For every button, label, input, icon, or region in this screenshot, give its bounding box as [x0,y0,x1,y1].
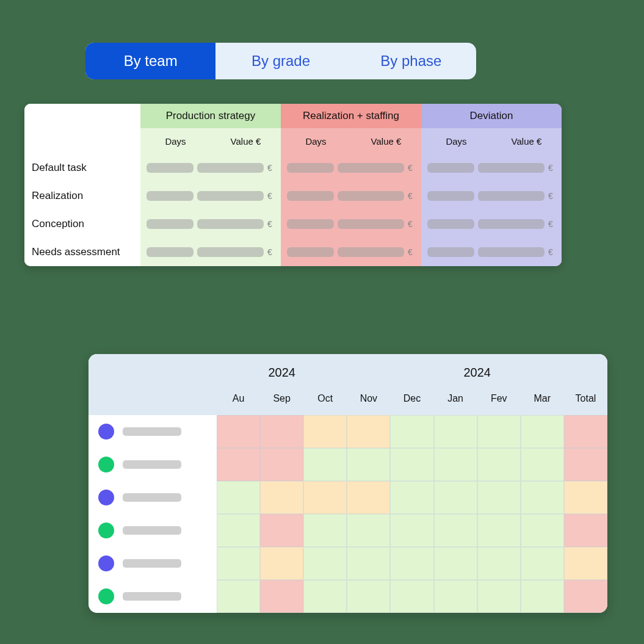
schedule-cell[interactable] [347,448,390,481]
value-row: € [140,210,281,238]
schedule-cell[interactable] [477,448,521,481]
schedule-row [89,415,607,448]
status-dot-icon [98,457,114,472]
schedule-cell[interactable] [260,514,303,547]
schedule-cell[interactable] [564,415,607,448]
schedule-cell[interactable] [434,448,477,481]
subhead-days: Days [140,128,211,154]
days-placeholder [147,163,194,173]
schedule-cell[interactable] [564,481,607,514]
month-header: Dec [390,382,433,415]
value-row: € [281,182,421,210]
schedule-cell[interactable] [347,481,390,514]
schedule-cell[interactable] [217,448,260,481]
euro-symbol: € [267,163,275,173]
subhead-value: Value € [351,128,421,154]
schedule-cell[interactable] [347,547,390,580]
month-header: Oct [303,382,347,415]
schedule-cell[interactable] [390,580,433,613]
schedule-cell[interactable] [390,415,433,448]
schedule-cell[interactable] [477,580,521,613]
schedule-row [89,547,607,580]
schedule-cell[interactable] [217,415,260,448]
schedule-cell[interactable] [434,547,477,580]
status-dot-icon [98,555,114,571]
schedule-cell[interactable] [434,481,477,514]
schedule-cell[interactable] [564,547,607,580]
schedule-cell[interactable] [477,547,521,580]
schedule-cell[interactable] [390,448,433,481]
status-dot-icon [98,490,114,505]
column-title: Deviation [421,104,562,128]
schedule-cell[interactable] [347,415,390,448]
column-title: Realization + staffing [281,104,421,128]
schedule-cell[interactable] [303,415,347,448]
schedule-cell[interactable] [303,547,347,580]
schedule-cell[interactable] [347,514,390,547]
name-placeholder [123,592,181,601]
schedule-cell[interactable] [434,415,477,448]
column-realization-staffing: Realization + staffing Days Value € €€€€ [281,104,421,266]
subhead-value: Value € [491,128,562,154]
schedule-cell[interactable] [477,481,521,514]
days-placeholder [287,191,334,201]
row-label-area [89,514,217,547]
schedule-cell[interactable] [390,547,433,580]
name-placeholder [123,427,181,436]
schedule-cell[interactable] [303,514,347,547]
schedule-cell[interactable] [477,415,521,448]
days-placeholder [427,163,474,173]
schedule-cell[interactable] [521,448,564,481]
row-label: Default task [24,154,140,182]
name-placeholder [123,559,181,568]
schedule-cell[interactable] [564,514,607,547]
schedule-cell[interactable] [521,481,564,514]
column-production-strategy: Production strategy Days Value € €€€€ [140,104,281,266]
status-dot-icon [98,424,114,440]
schedule-cell[interactable] [434,514,477,547]
value-placeholder [338,247,404,257]
schedule-cell[interactable] [564,580,607,613]
schedule-cell[interactable] [217,547,260,580]
schedule-cell[interactable] [434,580,477,613]
schedule-cell[interactable] [521,580,564,613]
euro-symbol: € [548,247,555,257]
euro-symbol: € [408,219,415,229]
tab-by-phase[interactable]: By phase [346,43,476,79]
schedule-cell[interactable] [390,514,433,547]
schedule-cell[interactable] [521,514,564,547]
euro-symbol: € [408,163,415,173]
schedule-cell[interactable] [477,514,521,547]
euro-symbol: € [267,191,275,201]
schedule-cell[interactable] [260,448,303,481]
schedule-cell[interactable] [260,547,303,580]
tab-by-team[interactable]: By team [85,43,215,79]
schedule-cell[interactable] [217,580,260,613]
days-placeholder [287,247,334,257]
schedule-cell[interactable] [217,481,260,514]
value-row: € [281,238,421,266]
schedule-cell[interactable] [303,448,347,481]
schedule-cell[interactable] [303,481,347,514]
month-header: Mar [521,382,564,415]
schedule-cell[interactable] [347,580,390,613]
tab-by-grade[interactable]: By grade [215,43,346,79]
value-placeholder [338,191,404,201]
value-row: € [421,154,562,182]
row-label-area [89,481,217,514]
schedule-cell[interactable] [521,415,564,448]
schedule-cell[interactable] [217,514,260,547]
name-placeholder [123,493,181,502]
schedule-cell[interactable] [260,481,303,514]
schedule-cell[interactable] [521,547,564,580]
schedule-cell[interactable] [390,481,433,514]
value-row: € [140,182,281,210]
schedule-cell[interactable] [303,580,347,613]
value-row: € [281,154,421,182]
month-header: Total [564,382,607,415]
value-placeholder [478,219,545,229]
schedule-cell[interactable] [260,580,303,613]
schedule-cell[interactable] [260,415,303,448]
schedule-cell[interactable] [564,448,607,481]
row-label: Needs assessment [24,238,140,266]
